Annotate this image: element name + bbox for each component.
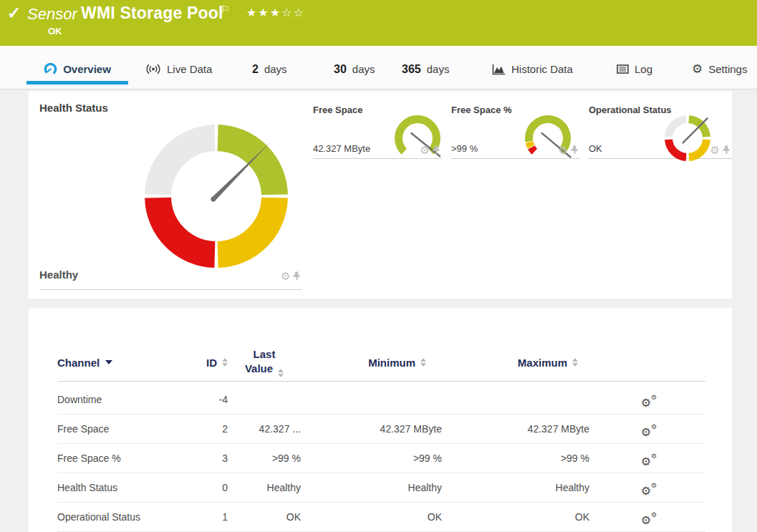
channel-maximum: 42.327 MByte [442, 423, 589, 435]
col-header-maximum-label: Maximum [518, 357, 567, 369]
tab-historic-data[interactable]: Historic Data [492, 46, 573, 89]
pin-icon[interactable] [293, 271, 301, 281]
table-row: Free Space % 3 >99 % >99 % >99 % ⚙⚙ [57, 444, 705, 473]
channel-id: 1 [186, 511, 228, 523]
overview-gauges-panel: Health Status Healthy ⚙ Free Space 42.32… [29, 92, 732, 299]
free-space-gauge [390, 111, 445, 165]
tab-365-days-number: 365 [402, 63, 421, 76]
col-header-id[interactable]: ID [186, 357, 228, 369]
channel-id: 2 [186, 423, 228, 435]
pin-icon[interactable] [433, 145, 440, 155]
col-header-last-value[interactable]: Last Value [228, 347, 301, 377]
table-row: Downtime -4 ⚙⚙ [57, 385, 705, 415]
tab-30-days[interactable]: 30 days [334, 46, 375, 89]
sensor-status-text: OK [48, 26, 62, 37]
channel-minimum: >99 % [301, 453, 442, 464]
gauge-gear-icon[interactable]: ⚙ [281, 271, 290, 281]
operational-status-gauge [660, 111, 715, 165]
sensor-title: WMI Storage Pool [81, 4, 223, 23]
tab-log-label: Log [635, 63, 652, 75]
channel-name: Health Status [57, 482, 186, 493]
area-chart-icon [492, 64, 506, 75]
channel-minimum: Healthy [301, 482, 442, 493]
broadcast-icon [145, 64, 161, 74]
divider [39, 289, 302, 290]
channel-id: 0 [186, 482, 228, 493]
tab-settings[interactable]: ⚙ Settings [692, 46, 747, 89]
channel-id: -4 [186, 394, 228, 405]
free-space-title: Free Space [313, 105, 362, 115]
channel-last-value: 42.327 ... [228, 423, 301, 435]
tab-365-days-unit: days [427, 63, 450, 75]
tab-settings-label: Settings [708, 63, 747, 75]
free-space-pct-title: Free Space % [451, 105, 512, 115]
channel-last-value: Healthy [228, 482, 301, 493]
channel-minimum: 42.327 MByte [301, 423, 442, 435]
col-header-maximum[interactable]: Maximum [442, 357, 589, 369]
tab-30-days-number: 30 [334, 63, 347, 76]
free-space-pct-value: >99 % [451, 143, 478, 154]
col-header-channel[interactable]: Channel [57, 357, 186, 369]
tab-overview[interactable]: Overview [26, 46, 128, 89]
table-row: Operational Status 1 OK OK OK ⚙⚙ [57, 503, 705, 532]
pin-icon[interactable] [571, 145, 579, 155]
sort-toggle-icon [572, 358, 578, 367]
tab-2-days-unit: days [264, 63, 287, 75]
mini-gauge-operational-status: Operational Status OK ⚙ [589, 100, 732, 159]
channel-name: Downtime [57, 394, 186, 405]
channel-name: Operational Status [57, 511, 186, 523]
operational-status-value: OK [589, 143, 602, 154]
operational-status-title: Operational Status [589, 105, 672, 115]
gauge-controls: ⚙ [710, 145, 731, 155]
priority-stars[interactable]: ★★★☆☆ [246, 6, 305, 19]
col-header-minimum-label: Minimum [368, 357, 415, 369]
gauge-controls: ⚙ [420, 145, 440, 155]
tab-historic-data-label: Historic Data [511, 63, 573, 75]
active-tab-underline [26, 81, 128, 84]
tab-live-data[interactable]: Live Data [145, 46, 212, 89]
channel-last-value: >99 % [228, 453, 301, 464]
free-space-value: 42.327 MByte [313, 143, 370, 154]
pin-icon[interactable] [723, 145, 731, 155]
priority-flag-icon[interactable]: ⚐ [221, 4, 230, 15]
gauge-icon [44, 62, 57, 76]
channels-table-panel: Channel ID Last Value Minimum Maximum Do… [29, 308, 732, 532]
tab-2-days[interactable]: 2 days [252, 46, 287, 89]
col-header-channel-label: Channel [57, 357, 100, 369]
sort-toggle-icon [222, 358, 228, 367]
sensor-tab-bar: Overview Live Data 2 days 30 days 365 da… [0, 46, 757, 90]
gauge-gear-icon[interactable]: ⚙ [710, 145, 720, 155]
health-status-gauge-title: Health Status [39, 102, 108, 114]
sensor-header: ✓ Sensor WMI Storage Pool ⚐ ★★★☆☆ OK [0, 0, 757, 46]
tab-365-days[interactable]: 365 days [402, 46, 449, 89]
table-row: Free Space 2 42.327 ... 42.327 MByte 42.… [57, 415, 705, 444]
mini-gauge-free-space-pct: Free Space % >99 % ⚙ [451, 100, 580, 159]
channel-name: Free Space [57, 423, 186, 435]
channel-maximum: Healthy [442, 482, 589, 493]
tab-2-days-number: 2 [252, 63, 259, 76]
channels-table-body: Downtime -4 ⚙⚙ Free Space 2 42.327 ... 4… [57, 385, 705, 532]
settings-gear-icon: ⚙ [692, 62, 703, 77]
gauge-gear-icon[interactable]: ⚙ [559, 145, 568, 155]
tab-live-data-label: Live Data [167, 63, 212, 75]
mini-gauge-free-space: Free Space 42.327 MByte ⚙ [313, 100, 442, 159]
free-space-pct-gauge [521, 111, 575, 165]
col-header-minimum[interactable]: Minimum [301, 357, 442, 369]
health-status-gauge-value: Healthy [39, 269, 78, 281]
sensor-type-label: Sensor [27, 5, 77, 24]
sensor-ok-check-icon: ✓ [7, 4, 21, 23]
channels-table-header: Channel ID Last Value Minimum Maximum [57, 344, 705, 382]
sort-toggle-icon [278, 369, 284, 377]
channel-name: Free Space % [57, 453, 186, 464]
col-header-last-value-label: Last Value [245, 348, 276, 374]
gauge-controls: ⚙ [281, 271, 301, 281]
sort-toggle-icon [420, 358, 426, 367]
channel-id: 3 [186, 453, 228, 464]
sort-desc-icon [105, 360, 112, 364]
log-list-icon [617, 64, 629, 74]
col-header-id-label: ID [206, 357, 217, 369]
table-row: Health Status 0 Healthy Healthy Healthy … [57, 473, 705, 503]
gauge-gear-icon[interactable]: ⚙ [420, 145, 430, 155]
tab-log[interactable]: Log [617, 46, 652, 89]
channel-minimum: OK [301, 511, 442, 523]
